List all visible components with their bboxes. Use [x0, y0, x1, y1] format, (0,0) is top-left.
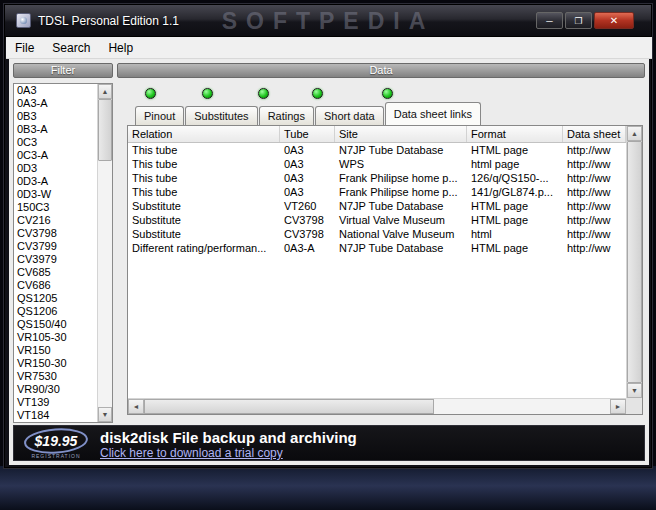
table-horizontal-scrollbar[interactable]: ◄ ► — [128, 398, 626, 414]
scrollbar-thumb[interactable] — [98, 99, 112, 161]
filter-list-item[interactable]: CV686 — [14, 279, 97, 292]
table-row[interactable]: This tube0A3Frank Philipse home p...126/… — [128, 171, 626, 185]
table-cell: html — [467, 227, 563, 241]
table-cell: Frank Philipse home p... — [335, 171, 467, 185]
menu-bar: FileSearchHelp — [6, 37, 652, 59]
tab-data-sheet-links[interactable]: Data sheet links — [385, 102, 481, 125]
filter-list-item[interactable]: 0D3-A — [14, 175, 97, 188]
filter-list-item[interactable]: 0C3-A — [14, 149, 97, 162]
filter-list-item[interactable]: VT184 — [14, 409, 97, 422]
title-bar[interactable]: SOFTPEDIA TDSL Personal Edition 1.1 ─ ❐ … — [5, 5, 651, 37]
banner-download-link[interactable]: Click here to download a trial copy — [100, 446, 283, 460]
table-cell: http://ww — [563, 241, 626, 255]
filter-list-item[interactable]: CV3799 — [14, 240, 97, 253]
tab-strip: PinoutSubstitutesRatingsShort dataData s… — [127, 101, 643, 125]
price-subtext: REGISTRATION — [31, 453, 80, 459]
tab-short-data[interactable]: Short data — [315, 106, 384, 125]
scroll-down-button[interactable]: ▼ — [627, 383, 642, 398]
table-row[interactable]: This tube0A3N7JP Tube DatabaseHTML pageh… — [128, 143, 626, 157]
filter-list-scrollbar[interactable]: ▲ ▼ — [97, 84, 112, 422]
table-cell: Substitute — [128, 199, 280, 213]
table-cell: 0A3-A — [280, 241, 335, 255]
filter-list-item[interactable]: VR150-30 — [14, 357, 97, 370]
tab-substitutes[interactable]: Substitutes — [185, 106, 257, 125]
scroll-left-button[interactable]: ◄ — [128, 399, 144, 414]
scrollbar-thumb[interactable] — [627, 141, 642, 383]
table-row[interactable]: SubstituteVT260N7JP Tube DatabaseHTML pa… — [128, 199, 626, 213]
table-cell: This tube — [128, 157, 280, 171]
table-cell: Different rating/performan... — [128, 241, 280, 255]
data-sheet-links-table: RelationTubeSiteFormatData sheet This tu… — [127, 125, 643, 415]
table-row[interactable]: This tube0A3WPShtml pagehttp://ww — [128, 157, 626, 171]
table-cell: WPS — [335, 157, 467, 171]
banner-title: disk2disk File backup and archiving — [100, 429, 357, 446]
ad-banner[interactable]: $19.95 REGISTRATION disk2disk File backu… — [13, 425, 645, 461]
filter-list-item[interactable]: 0C3 — [14, 136, 97, 149]
filter-list-item[interactable]: 0A3 — [14, 84, 97, 97]
filter-list-item[interactable]: VR90/30 — [14, 383, 97, 396]
column-header[interactable]: Relation — [128, 126, 280, 143]
filter-list-item[interactable]: 0D3 — [14, 162, 97, 175]
filter-list-item[interactable]: 150C3 — [14, 201, 97, 214]
table-cell: http://ww — [563, 213, 626, 227]
price-text: $19.95 — [34, 433, 78, 449]
table-vertical-scrollbar[interactable]: ▲ ▼ — [626, 126, 642, 398]
close-button[interactable]: ✕ — [594, 12, 634, 29]
column-header[interactable]: Format — [467, 126, 563, 143]
table-cell: http://ww — [563, 171, 626, 185]
filter-list-item[interactable]: 0A3-A — [14, 97, 97, 110]
filter-list-item[interactable]: VR150 — [14, 344, 97, 357]
filter-list-item[interactable]: CV685 — [14, 266, 97, 279]
table-cell: CV3798 — [280, 213, 335, 227]
menu-file[interactable]: File — [6, 39, 43, 57]
app-window: SOFTPEDIA TDSL Personal Edition 1.1 ─ ❐ … — [4, 4, 652, 468]
filter-list-item[interactable]: VR7530 — [14, 370, 97, 383]
filter-list-item[interactable]: QS1206 — [14, 305, 97, 318]
filter-list-item[interactable]: 0B3-A — [14, 123, 97, 136]
app-icon — [16, 13, 31, 28]
table-cell: http://ww — [563, 157, 626, 171]
column-header[interactable]: Tube — [280, 126, 335, 143]
filter-list-item[interactable]: CV3798 — [14, 227, 97, 240]
tab-pinout[interactable]: Pinout — [135, 106, 184, 125]
filter-list-item[interactable]: VT139 — [14, 396, 97, 409]
table-row[interactable]: SubstituteCV3798National Valve Museumhtm… — [128, 227, 626, 241]
status-led-icon — [382, 88, 393, 99]
table-cell: N7JP Tube Database — [335, 143, 467, 157]
scroll-up-button[interactable]: ▲ — [98, 84, 112, 99]
filter-list-item[interactable]: 0D3-W — [14, 188, 97, 201]
scroll-down-button[interactable]: ▼ — [98, 407, 112, 422]
tab-ratings[interactable]: Ratings — [259, 106, 314, 125]
table-row[interactable]: Different rating/performan...0A3-AN7JP T… — [128, 241, 626, 255]
scrollbar-corner — [626, 398, 642, 414]
table-row[interactable]: This tube0A3Frank Philipse home p...141/… — [128, 185, 626, 199]
scroll-right-button[interactable]: ► — [610, 399, 626, 414]
column-header[interactable]: Data sheet — [563, 126, 626, 143]
menu-help[interactable]: Help — [99, 39, 142, 57]
filter-pane-header: Filter — [13, 63, 113, 78]
filter-list-item[interactable]: QS150/40 — [14, 318, 97, 331]
table-cell: HTML page — [467, 241, 563, 255]
table-cell: This tube — [128, 171, 280, 185]
arrow-up-icon: ▲ — [102, 88, 109, 95]
scrollbar-thumb[interactable] — [144, 399, 434, 414]
minimize-button[interactable]: ─ — [536, 12, 563, 29]
table-cell: HTML page — [467, 143, 563, 157]
column-header[interactable]: Site — [335, 126, 467, 143]
filter-list-item[interactable]: CV216 — [14, 214, 97, 227]
filter-list-item[interactable]: QS1205 — [14, 292, 97, 305]
menu-search[interactable]: Search — [43, 39, 99, 57]
status-led-icon — [258, 88, 269, 99]
filter-list-item[interactable]: VR105-30 — [14, 331, 97, 344]
table-cell: 0A3 — [280, 143, 335, 157]
table-cell: http://ww — [563, 143, 626, 157]
table-cell: HTML page — [467, 199, 563, 213]
table-row[interactable]: SubstituteCV3798Virtual Valve MuseumHTML… — [128, 213, 626, 227]
status-led-icon — [202, 88, 213, 99]
filter-list-item[interactable]: 0B3 — [14, 110, 97, 123]
maximize-button[interactable]: ❐ — [565, 12, 592, 29]
data-pane-header: Data — [117, 63, 645, 78]
scroll-up-button[interactable]: ▲ — [627, 126, 642, 141]
status-led-icon — [312, 88, 323, 99]
filter-list-item[interactable]: CV3979 — [14, 253, 97, 266]
